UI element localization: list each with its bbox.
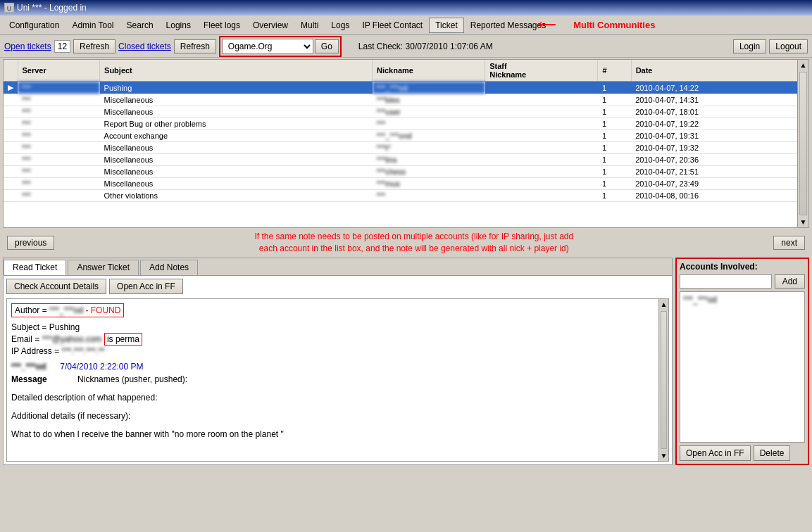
row-subject: Miscellaneous [100, 154, 373, 166]
author-status: - FOUND [83, 305, 120, 315]
row-count: 1 [598, 154, 631, 166]
row-arrow [4, 166, 18, 178]
row-staff-nickname [485, 142, 598, 154]
row-server: *** [18, 178, 100, 190]
info-text: If the same note needs to be posted on m… [54, 231, 773, 255]
ticket-table-area: Server Subject Nickname StaffNickname # … [3, 59, 809, 228]
row-date: 2010-04-07, 23:49 [631, 178, 808, 190]
logout-button[interactable]: Logout [769, 39, 808, 53]
content-scroll-down[interactable]: ▼ [659, 450, 668, 461]
menu-fleet-logs[interactable]: Fleet logs [197, 18, 246, 33]
previous-button[interactable]: previous [7, 236, 54, 250]
check-account-details-button[interactable]: Check Account Details [6, 279, 106, 294]
login-button[interactable]: Login [733, 39, 766, 53]
col-arrow [4, 60, 18, 82]
menu-logs[interactable]: Logs [325, 18, 356, 33]
table-row[interactable]: ***Other violations***12010-04-08, 00:16 [4, 190, 808, 202]
server-dropdown[interactable]: Ogame.Org Ogame.De Ogame.Fr [222, 39, 313, 54]
row-date: 2010-04-07, 18:01 [631, 106, 808, 118]
row-nickname: ***mus [373, 178, 485, 190]
row-server: *** [18, 130, 100, 142]
row-count: 1 [598, 178, 631, 190]
tab-content: Check Account Details Open Acc in FF Aut… [4, 276, 672, 464]
toolbar-right: Login Logout [733, 39, 808, 53]
author-name: ***_***od [49, 305, 83, 315]
table-row[interactable]: ***Miscellaneous***mus12010-04-07, 23:49 [4, 178, 808, 190]
row-staff-nickname [485, 178, 598, 190]
menu-search[interactable]: Search [120, 18, 160, 33]
row-nickname: *** [373, 190, 485, 202]
table-row[interactable]: ***Report Bug or other problems***12010-… [4, 118, 808, 130]
date-time: 7/04/2010 2:22:00 PM [60, 362, 143, 372]
row-server: *** [18, 166, 100, 178]
row-subject: Pushing [100, 82, 373, 94]
menu-multi[interactable]: Multi [294, 18, 325, 33]
col-staff-nickname: StaffNickname [485, 60, 598, 82]
subject-line: Subject = Pushing [11, 322, 664, 332]
scroll-up-arrow[interactable]: ▲ [798, 60, 808, 70]
author-line: Author = ***_***od - FOUND [11, 303, 664, 320]
tab-add-notes[interactable]: Add Notes [140, 260, 198, 275]
col-count: # [598, 60, 631, 82]
row-count: 1 [598, 94, 631, 106]
table-row[interactable]: ***Miscellaneous***chess12010-04-07, 21:… [4, 166, 808, 178]
table-row[interactable]: ***Account exchange***_***ond12010-04-07… [4, 130, 808, 142]
row-subject: Account exchange [100, 130, 373, 142]
row-date: 2010-04-07, 19:32 [631, 142, 808, 154]
content-scroll-up[interactable]: ▲ [659, 299, 668, 310]
table-row[interactable]: ***Miscellaneous***user12010-04-07, 18:0… [4, 106, 808, 118]
row-subject: Report Bug or other problems [100, 118, 373, 130]
col-date: Date [631, 60, 808, 82]
table-body: ▶***Pushing***_***od12010-04-07, 14:22**… [4, 82, 808, 202]
row-staff-nickname [485, 130, 598, 142]
row-staff-nickname [485, 166, 598, 178]
open-tickets-link[interactable]: Open tickets [4, 42, 51, 51]
col-subject: Subject [100, 60, 373, 82]
row-staff-nickname [485, 118, 598, 130]
table-row[interactable]: ***Miscellaneous***lins12010-04-07, 20:3… [4, 154, 808, 166]
account-input[interactable] [680, 274, 772, 289]
next-button[interactable]: next [773, 236, 805, 250]
row-arrow [4, 106, 18, 118]
menu-overview[interactable]: Overview [246, 18, 294, 33]
table-row[interactable]: ▶***Pushing***_***od12010-04-07, 14:22 [4, 82, 808, 94]
table-row[interactable]: ***Miscellaneous***t*12010-04-07, 19:32 [4, 142, 808, 154]
refresh2-button[interactable]: Refresh [174, 39, 216, 53]
server-dropdown-container: Ogame.Org Ogame.De Ogame.Fr Go [219, 36, 342, 57]
row-arrow [4, 190, 18, 202]
row-nickname: ***_***od [373, 82, 485, 94]
delete-button[interactable]: Delete [754, 445, 791, 461]
menu-configuration[interactable]: Configuration [3, 18, 65, 33]
add-account-button[interactable]: Add [775, 274, 805, 289]
row-server: *** [18, 82, 100, 94]
row-arrow [4, 142, 18, 154]
menu-ip-fleet-contact[interactable]: IP Fleet Contact [356, 18, 429, 33]
email-blurred: ***@yahoo.com [42, 334, 102, 344]
accounts-involved-label: Accounts Involved: [680, 262, 805, 272]
row-arrow [4, 178, 18, 190]
titlebar: U Uni *** - Logged in [0, 0, 812, 15]
table-row[interactable]: ***Miscellaneous***bles12010-04-07, 14:3… [4, 94, 808, 106]
open-acc-ff-button[interactable]: Open Acc in FF [109, 279, 183, 294]
go-button[interactable]: Go [315, 39, 339, 53]
open-acc-in-ff-button[interactable]: Open Acc in FF [680, 445, 751, 461]
closed-tickets-link[interactable]: Closed tickets [118, 42, 171, 51]
tab-answer-ticket[interactable]: Answer Ticket [68, 260, 139, 275]
content-scrollbar[interactable]: ▲ ▼ [658, 299, 668, 461]
row-arrow [4, 130, 18, 142]
arrow-indicator: ⟵ [538, 17, 556, 32]
tab-read-ticket[interactable]: Read Ticket [4, 260, 66, 275]
additional-label: Additional details (if necessary): [11, 411, 130, 421]
last-check-label: Last Check: 30/07/2010 1:07:06 AM [358, 42, 493, 51]
sender-info: Author = ***_***od - FOUND Subject = Pus… [11, 303, 664, 356]
email-line: Email = ***@yahoo.com is perma [11, 333, 664, 346]
row-count: 1 [598, 106, 631, 118]
refresh1-button[interactable]: Refresh [73, 39, 115, 53]
table-header-row: Server Subject Nickname StaffNickname # … [4, 60, 808, 82]
menu-admin-tool[interactable]: Admin Tool [65, 18, 120, 33]
menu-ticket[interactable]: Ticket [429, 18, 464, 33]
menu-logins[interactable]: Logins [160, 18, 197, 33]
table-scrollbar[interactable]: ▲ ▼ [797, 60, 808, 227]
scroll-down-arrow[interactable]: ▼ [798, 217, 808, 227]
last-check-value: 30/07/2010 1:07:06 AM [406, 42, 493, 51]
